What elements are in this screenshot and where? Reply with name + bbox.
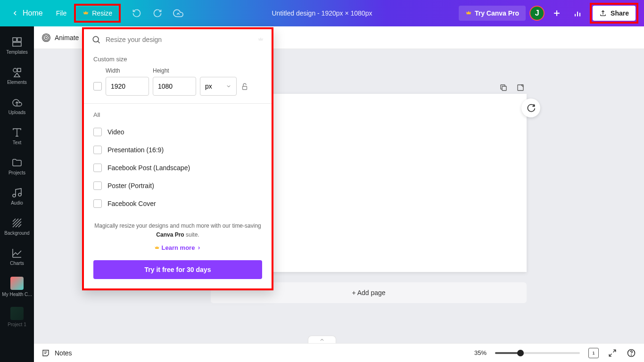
animate-icon [41, 33, 51, 42]
sidebar-label: Audio [11, 200, 23, 206]
sidebar-item-audio[interactable]: Audio [0, 181, 34, 211]
sidebar-item-charts[interactable]: Charts [0, 241, 34, 272]
home-label: Home [23, 9, 43, 17]
resize-panel: Custom size Width Height px All Video Pr… [82, 27, 273, 290]
charts-icon [11, 247, 23, 259]
svg-line-21 [18, 224, 21, 227]
sidebar-item-project1[interactable]: Project 1 [0, 302, 34, 332]
resize-option[interactable]: Presentation (16:9) [93, 141, 262, 159]
zoom-slider[interactable] [495, 352, 580, 354]
sidebar-label: My Health C... [2, 292, 32, 297]
resize-option[interactable]: Poster (Portrait) [93, 177, 262, 195]
add-member-icon[interactable] [548, 5, 565, 22]
file-menu[interactable]: File [50, 6, 73, 21]
sidebar-item-myhealth[interactable]: My Health C... [0, 272, 34, 302]
regenerate-button[interactable] [521, 99, 540, 117]
upload-icon [599, 9, 607, 17]
resize-option[interactable]: Facebook Post (Landscape) [93, 159, 262, 177]
footer-text: Magically resize your designs and much m… [93, 222, 262, 239]
resize-option[interactable]: Video [93, 123, 262, 141]
document-title[interactable]: Untitled design - 1920px × 1080px [272, 9, 372, 17]
sidebar-item-projects[interactable]: Projects [0, 151, 34, 181]
option-label: Video [107, 128, 124, 136]
sidebar-item-templates[interactable]: Templates [0, 30, 34, 60]
sidebar-item-elements[interactable]: Elements [0, 60, 34, 90]
home-button[interactable]: Home [6, 5, 49, 21]
slider-fill [495, 352, 520, 354]
svg-point-16 [18, 193, 21, 196]
svg-marker-11 [14, 73, 20, 77]
collapse-handle[interactable] [308, 336, 336, 343]
option-label: Facebook Post (Landscape) [107, 164, 190, 172]
svg-rect-6 [13, 38, 17, 41]
option-checkbox[interactable] [93, 181, 102, 190]
option-checkbox[interactable] [93, 128, 102, 136]
share-button[interactable]: Share [593, 6, 636, 21]
option-label: Facebook Cover [107, 200, 156, 207]
try-canva-pro-button[interactable]: Try Canva Pro [459, 6, 526, 21]
svg-line-20 [16, 222, 21, 227]
height-group: Height [153, 67, 196, 96]
notes-label: Notes [55, 349, 72, 357]
sidebar-item-background[interactable]: Background [0, 211, 34, 241]
dimension-row: Width Height px [93, 67, 262, 96]
undo-icon[interactable] [130, 7, 143, 20]
notes-button[interactable]: Notes [41, 349, 72, 357]
duplicate-page-icon[interactable] [498, 82, 509, 93]
svg-rect-7 [17, 38, 21, 41]
sidebar-item-text[interactable]: Text [0, 121, 34, 151]
help-icon[interactable] [626, 348, 636, 358]
resize-search-input[interactable] [106, 36, 253, 43]
option-label: Presentation (16:9) [107, 146, 164, 154]
sidebar-label: Elements [7, 80, 27, 85]
width-label: Width [106, 67, 149, 74]
redo-icon[interactable] [151, 7, 164, 20]
share-label: Share [611, 9, 629, 17]
svg-line-37 [613, 350, 616, 352]
bottom-bar: Notes 35% 1 [34, 343, 644, 362]
slider-thumb[interactable] [517, 350, 524, 356]
cloud-sync-icon[interactable] [172, 7, 185, 20]
uploads-icon [11, 97, 23, 108]
height-label: Height [153, 67, 196, 74]
height-input[interactable] [153, 77, 196, 96]
zoom-value[interactable]: 35% [474, 349, 487, 356]
sidebar-label: Text [13, 140, 21, 145]
resize-body[interactable]: Custom size Width Height px All Video Pr… [84, 50, 272, 214]
svg-point-25 [43, 35, 49, 41]
svg-line-33 [98, 41, 99, 43]
resize-highlight: Resize [74, 4, 121, 23]
resize-button[interactable]: Resize [77, 7, 118, 20]
page-indicator[interactable]: 1 [588, 348, 599, 358]
try-pro-label: Try Canva Pro [475, 9, 519, 17]
svg-point-24 [45, 36, 48, 39]
option-checkbox[interactable] [93, 164, 102, 172]
svg-line-38 [609, 354, 611, 356]
try-free-button[interactable]: Try it free for 30 days [93, 260, 262, 279]
animate-button[interactable]: Animate [41, 33, 79, 42]
crown-icon [257, 36, 264, 43]
width-group: Width [106, 67, 149, 96]
analytics-icon[interactable] [569, 5, 586, 22]
add-page-label: + Add page [352, 289, 385, 296]
new-page-icon[interactable] [515, 82, 526, 93]
divider [84, 103, 272, 104]
svg-point-40 [631, 354, 632, 355]
page-actions [498, 82, 526, 93]
width-input[interactable] [106, 77, 149, 96]
resize-option[interactable]: Facebook Cover [93, 195, 262, 213]
avatar[interactable]: J [529, 6, 545, 21]
option-checkbox[interactable] [93, 199, 102, 208]
unit-select[interactable]: px [200, 77, 237, 96]
share-highlight: Share [590, 3, 638, 24]
learn-more-link[interactable]: Learn more [154, 244, 202, 251]
projects-icon [11, 157, 23, 168]
all-section-title: All [93, 106, 262, 123]
custom-size-checkbox[interactable] [93, 82, 102, 90]
sidebar-label: Uploads [8, 110, 26, 115]
fullscreen-icon[interactable] [607, 348, 618, 358]
svg-rect-34 [243, 86, 247, 90]
sidebar-item-uploads[interactable]: Uploads [0, 90, 34, 121]
lock-aspect-icon[interactable] [240, 82, 249, 91]
option-checkbox[interactable] [93, 146, 102, 154]
